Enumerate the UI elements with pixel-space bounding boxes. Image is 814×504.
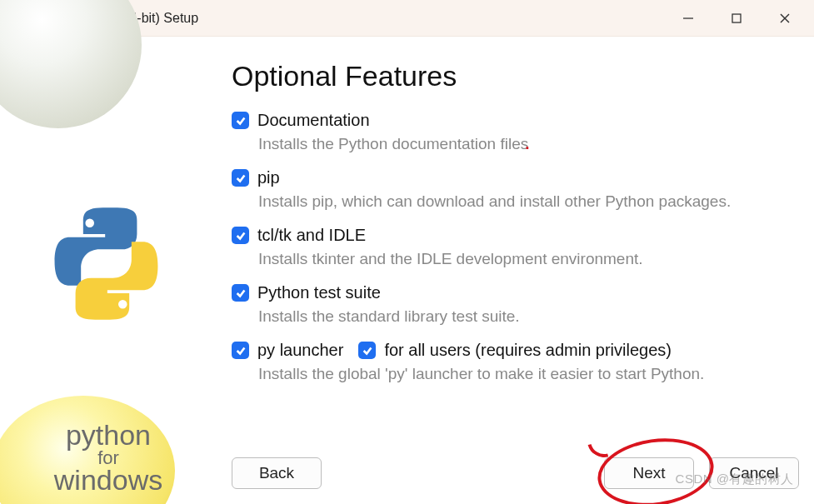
feature-test-suite: Python test suite Installs the standard … bbox=[232, 283, 797, 326]
feature-desc: Installs pip, which can download and ins… bbox=[258, 192, 797, 211]
close-button[interactable] bbox=[761, 0, 809, 37]
minimize-button[interactable] bbox=[664, 0, 712, 37]
decorative-orb-grey bbox=[0, 0, 142, 128]
main-panel: Optional Features Documentation Installs… bbox=[217, 37, 814, 504]
feature-label-py-launcher[interactable]: py launcher bbox=[257, 341, 343, 360]
feature-label-all-users[interactable]: for all users (requires admin privileges… bbox=[384, 341, 672, 360]
feature-label[interactable]: tcl/tk and IDLE bbox=[257, 226, 366, 245]
sidebar: python for windows bbox=[0, 37, 217, 504]
feature-desc: Installs the global 'py' launcher to mak… bbox=[258, 365, 797, 383]
checkbox-test-suite[interactable] bbox=[232, 284, 249, 302]
feature-documentation: Documentation Installs the Python docume… bbox=[232, 111, 797, 153]
feature-desc: Installs tkinter and the IDLE developmen… bbox=[258, 250, 797, 268]
feature-label[interactable]: Documentation bbox=[257, 111, 370, 130]
button-row: Back Next Cancel bbox=[232, 457, 799, 489]
maximize-button[interactable] bbox=[712, 0, 761, 37]
page-heading: Optional Features bbox=[232, 60, 797, 92]
feature-label[interactable]: Python test suite bbox=[257, 283, 381, 302]
feature-label[interactable]: pip bbox=[257, 168, 280, 187]
next-button[interactable]: Next bbox=[604, 457, 694, 489]
python-logo-icon bbox=[46, 203, 167, 324]
checkbox-for-all-users[interactable] bbox=[358, 342, 376, 359]
brand-line-1: python bbox=[54, 421, 162, 451]
feature-desc: Installs the Python documentation files. bbox=[258, 135, 797, 153]
checkbox-documentation[interactable] bbox=[232, 112, 249, 129]
cancel-button[interactable]: Cancel bbox=[709, 457, 799, 489]
feature-py-launcher: py launcher for all users (requires admi… bbox=[232, 341, 797, 383]
brand-text: python for windows bbox=[54, 421, 162, 496]
feature-pip: pip Installs pip, which can download and… bbox=[232, 168, 797, 211]
feature-desc: Installs the standard library test suite… bbox=[258, 307, 797, 326]
checkbox-py-launcher[interactable] bbox=[232, 342, 249, 359]
checkbox-tcltk[interactable] bbox=[232, 227, 249, 244]
feature-tcltk: tcl/tk and IDLE Installs tkinter and the… bbox=[232, 226, 797, 268]
checkbox-pip[interactable] bbox=[232, 169, 249, 187]
back-button[interactable]: Back bbox=[232, 457, 322, 489]
svg-rect-1 bbox=[732, 14, 741, 22]
brand-line-3: windows bbox=[54, 466, 162, 496]
